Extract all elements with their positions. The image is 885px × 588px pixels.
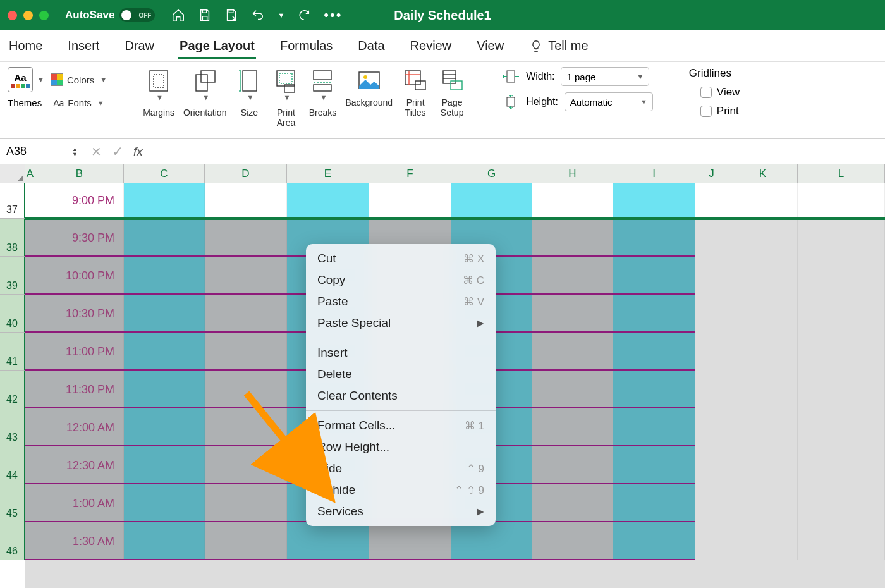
cell[interactable]	[205, 484, 287, 522]
context-menu-copy[interactable]: Copy⌘ C	[306, 269, 496, 291]
themes-button[interactable]: Aa	[8, 67, 33, 92]
column-header-L[interactable]: L	[798, 164, 885, 183]
cell[interactable]	[613, 371, 695, 408]
cell[interactable]	[124, 522, 205, 560]
context-menu-row-height[interactable]: Row Height...	[306, 436, 496, 458]
cell[interactable]	[613, 183, 695, 217]
context-menu-cut[interactable]: Cut⌘ X	[306, 248, 496, 269]
cell[interactable]: 9:00 PM	[35, 183, 124, 217]
cell[interactable]	[798, 408, 885, 446]
cell[interactable]: 12:30 AM	[35, 446, 124, 484]
cell[interactable]	[695, 446, 728, 484]
tab-formulas[interactable]: Formulas	[279, 32, 334, 59]
width-select[interactable]: 1 page▼	[561, 67, 649, 86]
cell[interactable]	[613, 219, 695, 257]
cell[interactable]: 10:00 PM	[35, 257, 124, 295]
gridlines-print-checkbox[interactable]: Print	[689, 105, 740, 118]
cell[interactable]: 11:30 PM	[35, 371, 124, 408]
cell[interactable]	[532, 522, 613, 560]
tab-insert[interactable]: Insert	[66, 32, 101, 59]
cell[interactable]	[25, 371, 35, 408]
cell[interactable]: 9:30 PM	[35, 219, 124, 257]
themes-dropdown[interactable]: ▼	[37, 76, 44, 83]
cell[interactable]	[205, 183, 287, 217]
colors-button[interactable]: Colors▼	[51, 73, 107, 86]
cell[interactable]	[798, 371, 885, 408]
cell[interactable]	[205, 333, 287, 371]
cell[interactable]	[287, 522, 369, 560]
redo-icon[interactable]	[297, 8, 311, 22]
cell[interactable]	[205, 522, 287, 560]
row-header-45[interactable]: 45	[0, 484, 25, 522]
cell[interactable]: 10:30 PM	[35, 295, 124, 333]
cell[interactable]	[451, 522, 532, 560]
cell[interactable]	[124, 446, 205, 484]
cell[interactable]	[798, 484, 885, 522]
cell[interactable]	[124, 484, 205, 522]
name-box[interactable]: A38 ▲▼	[0, 139, 82, 164]
cell[interactable]	[798, 333, 885, 371]
save-as-icon[interactable]	[224, 8, 238, 22]
cell[interactable]	[695, 408, 728, 446]
column-header-F[interactable]: F	[369, 164, 451, 183]
context-menu-services[interactable]: Services▶	[306, 501, 496, 522]
cell[interactable]	[25, 484, 35, 522]
cell[interactable]	[613, 408, 695, 446]
cell[interactable]	[205, 257, 287, 295]
cell[interactable]	[613, 446, 695, 484]
cell[interactable]	[728, 484, 798, 522]
column-header-A[interactable]: A	[25, 164, 35, 183]
cell[interactable]	[124, 295, 205, 333]
cell[interactable]	[124, 257, 205, 295]
cell[interactable]	[532, 219, 613, 257]
cell[interactable]	[728, 333, 798, 371]
context-menu-paste-special[interactable]: Paste Special▶	[306, 312, 496, 334]
cell[interactable]	[124, 183, 205, 217]
cell[interactable]	[25, 333, 35, 371]
cell[interactable]	[25, 446, 35, 484]
cell[interactable]	[798, 219, 885, 257]
cell[interactable]	[798, 446, 885, 484]
cell[interactable]	[798, 183, 885, 217]
cell[interactable]	[728, 257, 798, 295]
cell[interactable]	[728, 446, 798, 484]
cell[interactable]	[124, 219, 205, 257]
cell[interactable]	[124, 408, 205, 446]
cell[interactable]	[205, 371, 287, 408]
cell[interactable]	[369, 183, 451, 217]
row-header-42[interactable]: 42	[0, 371, 25, 408]
cell[interactable]	[205, 408, 287, 446]
cell[interactable]	[25, 183, 35, 217]
cell[interactable]	[613, 295, 695, 333]
row-header-38[interactable]: 38	[0, 219, 25, 257]
cell[interactable]	[25, 522, 35, 560]
cell[interactable]	[798, 522, 885, 560]
row-header-40[interactable]: 40	[0, 295, 25, 333]
tab-view[interactable]: View	[475, 32, 505, 59]
cell[interactable]	[695, 295, 728, 333]
home-icon[interactable]	[171, 8, 185, 22]
cell[interactable]	[728, 522, 798, 560]
save-icon[interactable]	[198, 8, 212, 22]
context-menu-delete[interactable]: Delete	[306, 364, 496, 385]
print-area-button[interactable]: ▼ Print Area	[272, 67, 300, 128]
column-header-H[interactable]: H	[532, 164, 613, 183]
column-header-E[interactable]: E	[287, 164, 369, 183]
row-header-43[interactable]: 43	[0, 408, 25, 446]
cell[interactable]	[613, 522, 695, 560]
cell[interactable]	[124, 371, 205, 408]
margins-button[interactable]: ▼ Margins	[143, 67, 174, 118]
cancel-formula-button[interactable]: ✕	[91, 144, 102, 159]
cell[interactable]	[532, 446, 613, 484]
minimize-window-button[interactable]	[23, 11, 33, 20]
column-header-I[interactable]: I	[613, 164, 695, 183]
cell[interactable]	[728, 408, 798, 446]
context-menu-paste[interactable]: Paste⌘ V	[306, 291, 496, 312]
autosave-toggle[interactable]: OFF	[119, 8, 155, 22]
maximize-window-button[interactable]	[39, 11, 49, 20]
name-box-spinner[interactable]: ▲▼	[72, 147, 78, 157]
cell[interactable]	[695, 257, 728, 295]
cell[interactable]	[532, 408, 613, 446]
accept-formula-button[interactable]: ✓	[112, 144, 123, 160]
cell[interactable]	[532, 333, 613, 371]
